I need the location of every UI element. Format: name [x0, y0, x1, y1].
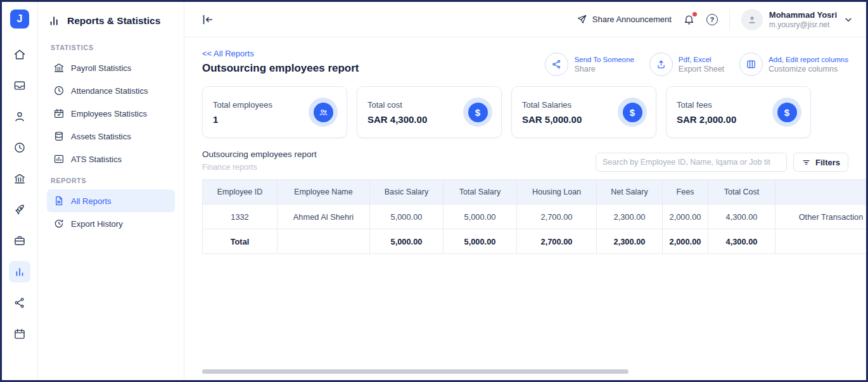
bar-chart-icon[interactable]	[9, 261, 30, 283]
topbar: Share Announcement ? Mohammad Yosri m.yo…	[184, 2, 866, 37]
table-total-row: Total 5,000.00 5,000.00 2,700.00 2,300.0…	[203, 229, 867, 254]
stat-card-total-salaries: Total Salaries SAR 5,000.00 $	[511, 86, 656, 138]
sidebar-item-export-history[interactable]: Export History	[47, 212, 175, 235]
document-icon	[53, 195, 65, 207]
list-title: Outsourcing employees report	[202, 150, 317, 159]
list-head: Outsourcing employees report Finance rep…	[202, 150, 857, 172]
bank-icon	[53, 62, 65, 73]
database-icon	[53, 131, 65, 142]
list-subtitle: Finance reports	[202, 163, 317, 172]
history-icon	[53, 218, 65, 229]
send-to-someone-button[interactable]: Send To Someone Share	[545, 53, 634, 76]
collapse-sidebar-icon[interactable]	[201, 13, 215, 27]
user-info: Mohammad Yosri m.yousry@jisr.net	[769, 10, 837, 29]
sidebar-item-payroll-statistics[interactable]: Payroll Statistics	[47, 56, 175, 79]
list-tools: Filters	[596, 153, 848, 172]
sidebar-item-assets-statistics[interactable]: Assets Statistics	[47, 125, 175, 148]
app-logo: J	[10, 10, 29, 29]
calendar-icon[interactable]	[9, 323, 30, 345]
back-to-all-reports-link[interactable]: << All Reports	[202, 49, 359, 58]
export-sheet-button[interactable]: Pdf, Excel Export Sheet	[649, 53, 724, 76]
icon-rail: J	[2, 2, 38, 380]
user-icon[interactable]	[9, 106, 30, 127]
help-icon[interactable]: ?	[706, 14, 718, 25]
sidebar-item-ats-statistics[interactable]: ATS Statistics	[47, 148, 175, 170]
horizontal-scrollbar-thumb[interactable]	[202, 369, 629, 374]
table-header-row: Employee ID Employee Name Basic Salary T…	[203, 180, 867, 205]
share-announcement-button[interactable]: Share Announcement	[577, 14, 672, 25]
calendar-check-icon	[53, 108, 65, 119]
user-name: Mohammad Yosri	[769, 10, 837, 20]
export-icon	[649, 53, 673, 76]
share-nodes-icon	[545, 53, 568, 76]
notifications-bell-icon[interactable]	[683, 13, 695, 25]
sidebar-item-all-reports[interactable]: All Reports	[47, 189, 175, 212]
reports-statistics-icon	[48, 15, 61, 27]
report-actions: Send To Someone Share Pdf, Excel Export …	[545, 49, 857, 76]
content: << All Reports Outsourcing employees rep…	[184, 37, 866, 380]
filters-button[interactable]: Filters	[793, 153, 848, 172]
chart-frame-icon	[53, 153, 65, 165]
stat-card-total-cost: Total cost SAR 4,300.00 $	[357, 86, 502, 138]
user-email: m.yousry@jisr.net	[769, 20, 837, 29]
dollar-icon: $	[463, 98, 492, 127]
main-area: Share Announcement ? Mohammad Yosri m.yo…	[184, 2, 866, 380]
clock-icon[interactable]	[9, 137, 30, 158]
stat-card-total-employees: Total employees 1	[202, 86, 347, 138]
sidebar: Reports & Statistics STATISTICS Payroll …	[38, 2, 184, 380]
columns-icon	[739, 53, 763, 76]
chevron-down-icon	[843, 15, 853, 25]
col-basic-salary: Basic Salary	[370, 180, 444, 205]
page-title: Outsourcing employees report	[202, 62, 359, 75]
briefcase-icon[interactable]	[9, 230, 30, 251]
stat-cards: Total employees 1 Total cost SAR 4,300.0…	[202, 86, 857, 138]
share-nodes-icon[interactable]	[9, 292, 30, 314]
section-header-statistics: STATISTICS	[51, 44, 171, 51]
rocket-icon[interactable]	[9, 199, 30, 220]
employees-icon	[309, 98, 338, 127]
customize-columns-button[interactable]: Add, Edit report columns Customize colum…	[739, 53, 848, 76]
avatar	[741, 9, 763, 30]
report-table: Employee ID Employee Name Basic Salary T…	[202, 179, 866, 254]
section-header-reports: REPORTS	[51, 177, 171, 184]
filter-icon	[801, 158, 811, 167]
notification-dot	[692, 12, 697, 16]
dollar-icon: $	[772, 98, 801, 127]
dollar-icon: $	[618, 98, 647, 127]
home-icon[interactable]	[9, 44, 30, 65]
paper-plane-icon	[577, 14, 587, 25]
bank-icon[interactable]	[9, 168, 30, 189]
col-employee-name: Employee Name	[278, 180, 370, 205]
col-total-salary: Total Salary	[444, 180, 517, 205]
search-input[interactable]	[596, 153, 787, 172]
sidebar-item-employees-statistics[interactable]: Employees Statistics	[47, 102, 175, 125]
sidebar-item-attendance-statistics[interactable]: Attendance Statistics	[47, 79, 175, 102]
col-other	[775, 180, 867, 205]
stat-card-total-fees: Total fees SAR 2,000.00 $	[666, 86, 811, 138]
topbar-divider	[729, 9, 730, 30]
clock-icon	[53, 85, 65, 96]
table-row: 1332 Ahmed Al Shehri 5,000.00 5,000.00 2…	[203, 205, 867, 229]
sidebar-title: Reports & Statistics	[47, 11, 175, 37]
inbox-icon[interactable]	[9, 75, 30, 96]
col-fees: Fees	[663, 180, 708, 205]
col-employee-id: Employee ID	[203, 180, 278, 205]
page-head: << All Reports Outsourcing employees rep…	[202, 49, 857, 76]
title-block: << All Reports Outsourcing employees rep…	[202, 49, 359, 75]
horizontal-scrollbar-track	[202, 369, 848, 374]
user-menu[interactable]: Mohammad Yosri m.yousry@jisr.net	[741, 9, 853, 30]
col-net-salary: Net Salary	[597, 180, 663, 205]
col-total-cost: Total Cost	[708, 180, 775, 205]
col-housing-loan: Housing Loan	[517, 180, 597, 205]
report-table-wrap: Employee ID Employee Name Basic Salary T…	[202, 179, 866, 254]
